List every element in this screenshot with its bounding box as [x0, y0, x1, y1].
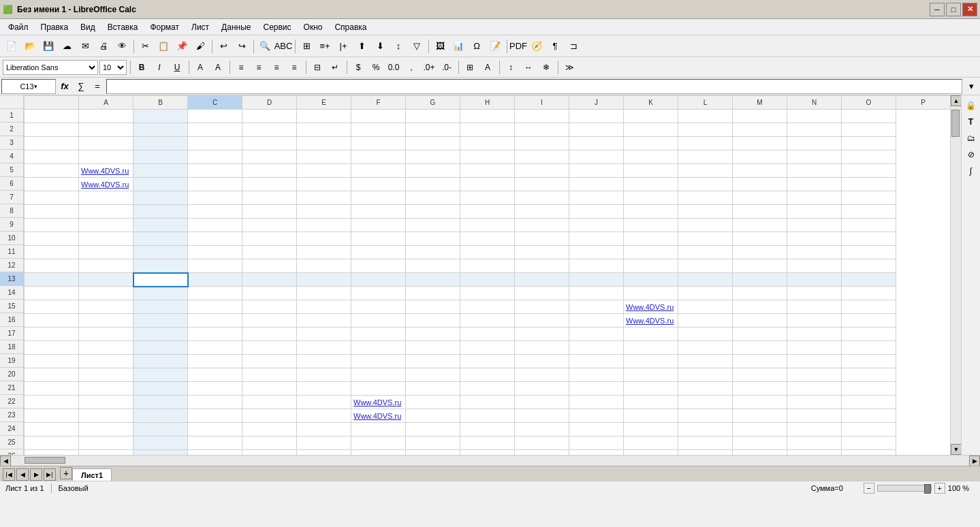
zoom-slider[interactable] [877, 485, 932, 492]
cell-C14[interactable] [133, 287, 188, 300]
cell-E5[interactable] [242, 164, 297, 178]
cell-L10[interactable] [624, 232, 678, 246]
cell-E7[interactable] [242, 191, 297, 205]
cell-A6[interactable] [25, 178, 79, 191]
align-left-button[interactable]: ≡ [233, 60, 249, 75]
col-header-A[interactable]: A [79, 96, 133, 110]
row-header-20[interactable]: 20 [0, 368, 23, 381]
cell-F24[interactable] [297, 423, 351, 436]
cell-H1[interactable] [406, 110, 460, 123]
cell-L14[interactable] [624, 287, 678, 300]
col-header-G[interactable]: G [406, 96, 460, 110]
tab-first-button[interactable]: |◀ [3, 468, 15, 481]
scroll-left-arrow[interactable]: ◀ [0, 456, 11, 466]
cell-P18[interactable] [842, 341, 896, 355]
cell-O6[interactable] [787, 178, 842, 191]
cell-A20[interactable] [25, 368, 79, 382]
cell-J16[interactable] [515, 314, 569, 328]
row-header-4[interactable]: 4 [0, 150, 23, 163]
cell-A21[interactable] [25, 382, 79, 396]
cell-O8[interactable] [787, 205, 842, 219]
cell-B6[interactable]: Www.4DVS.ru [79, 178, 133, 191]
cell-I12[interactable] [460, 259, 515, 273]
row-header-9[interactable]: 9 [0, 218, 23, 231]
col-header-N[interactable]: N [787, 96, 842, 110]
cell-N3[interactable] [733, 137, 787, 150]
highlight-button[interactable]: A [210, 60, 226, 75]
cell-N12[interactable] [733, 259, 787, 273]
menu-help[interactable]: Справка [329, 21, 372, 33]
cell-F16[interactable] [297, 314, 351, 328]
cell-C13[interactable] [133, 273, 188, 287]
side-gallery-icon[interactable]: 🗂 [964, 131, 979, 146]
cell-H5[interactable] [406, 164, 460, 178]
cell-I16[interactable] [460, 314, 515, 328]
cell-N15[interactable] [733, 300, 787, 314]
cell-J23[interactable] [515, 409, 569, 423]
cell-K18[interactable] [569, 341, 624, 355]
cell-K11[interactable] [569, 246, 624, 259]
cell-B1[interactable] [79, 110, 133, 123]
cell-C9[interactable] [133, 219, 188, 232]
cell-L17[interactable] [624, 328, 678, 341]
cell-B2[interactable] [79, 123, 133, 137]
cell-C5[interactable] [133, 164, 188, 178]
scroll-right-arrow[interactable]: ▶ [969, 456, 980, 466]
cell-K21[interactable] [569, 382, 624, 396]
cell-C1[interactable] [133, 110, 188, 123]
cell-D13[interactable] [188, 273, 242, 287]
cell-F21[interactable] [297, 382, 351, 396]
cell-B25[interactable] [79, 436, 133, 450]
cell-D19[interactable] [188, 355, 242, 368]
redo-button[interactable]: ↪ [233, 37, 251, 55]
cell-G25[interactable] [351, 436, 406, 450]
cell-H18[interactable] [406, 341, 460, 355]
cell-C25[interactable] [133, 436, 188, 450]
cell-J19[interactable] [515, 355, 569, 368]
cell-N23[interactable] [733, 409, 787, 423]
cell-H23[interactable] [406, 409, 460, 423]
cell-H20[interactable] [406, 368, 460, 382]
cell-I14[interactable] [460, 287, 515, 300]
cell-C3[interactable] [133, 137, 188, 150]
cell-O13[interactable] [787, 273, 842, 287]
cell-O21[interactable] [787, 382, 842, 396]
cell-K4[interactable] [569, 150, 624, 164]
maximize-button[interactable]: □ [946, 3, 961, 16]
cell-A7[interactable] [25, 191, 79, 205]
cell-N8[interactable] [733, 205, 787, 219]
row-header-19[interactable]: 19 [0, 354, 23, 368]
cell-C20[interactable] [133, 368, 188, 382]
cell-I24[interactable] [460, 423, 515, 436]
cell-F23[interactable] [297, 409, 351, 423]
cell-F4[interactable] [297, 150, 351, 164]
cell-A17[interactable] [25, 328, 79, 341]
cell-A16[interactable] [25, 314, 79, 328]
cell-M25[interactable] [678, 436, 733, 450]
cell-O14[interactable] [787, 287, 842, 300]
cell-E25[interactable] [242, 436, 297, 450]
cell-O5[interactable] [787, 164, 842, 178]
cell-K14[interactable] [569, 287, 624, 300]
insert-chart-button[interactable]: 📊 [449, 37, 467, 55]
sort-desc-button[interactable]: ⬇ [371, 37, 389, 55]
cell-N20[interactable] [733, 368, 787, 382]
zoom-out-button[interactable]: − [864, 483, 874, 494]
cell-I1[interactable] [460, 110, 515, 123]
formula-button[interactable]: = [90, 79, 105, 94]
cell-D9[interactable] [188, 219, 242, 232]
cell-M22[interactable] [678, 396, 733, 409]
cell-D23[interactable] [188, 409, 242, 423]
cell-L12[interactable] [624, 259, 678, 273]
cell-F14[interactable] [297, 287, 351, 300]
cell-K8[interactable] [569, 205, 624, 219]
currency-button[interactable]: $ [350, 60, 366, 75]
side-navigator-icon[interactable]: ⊘ [964, 147, 979, 162]
cell-O22[interactable] [787, 396, 842, 409]
cell-F26[interactable] [297, 450, 351, 456]
cell-I18[interactable] [460, 341, 515, 355]
cell-B10[interactable] [79, 232, 133, 246]
percent-button[interactable]: % [368, 60, 384, 75]
hscroll-thumb[interactable] [25, 457, 65, 464]
cell-I9[interactable] [460, 219, 515, 232]
